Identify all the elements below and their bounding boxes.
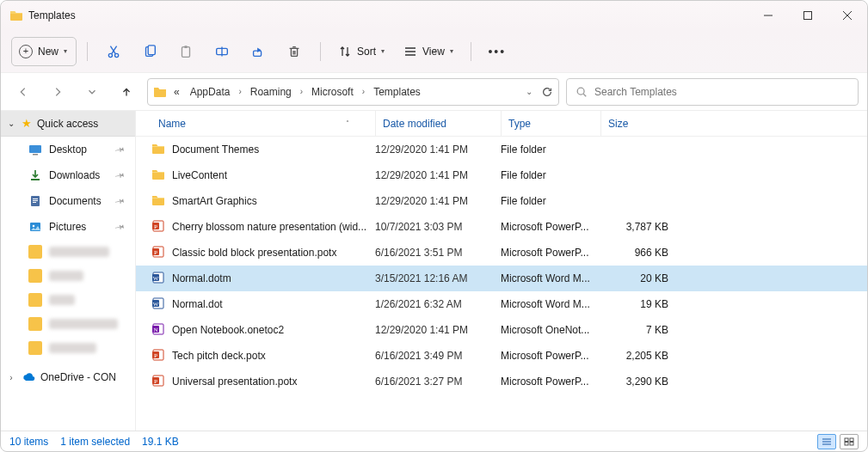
sidebar-item-label: Pictures	[49, 221, 86, 233]
svg-rect-26	[33, 154, 38, 156]
star-icon: ★	[22, 117, 32, 130]
file-date: 12/29/2020 1:41 PM	[375, 144, 501, 156]
table-row[interactable]: PTech pitch deck.potx6/16/2021 3:49 PMMi…	[136, 343, 867, 369]
more-button[interactable]: •••	[482, 36, 513, 67]
table-row[interactable]: NOpen Notebook.onetoc212/29/2020 1:41 PM…	[136, 317, 867, 343]
chevron-right-icon[interactable]: ›	[360, 87, 366, 96]
file-size: 3,787 KB	[600, 221, 674, 233]
breadcrumb-microsoft[interactable]: Microsoft	[308, 84, 357, 100]
up-button[interactable]	[113, 78, 140, 106]
file-name: LiveContent	[172, 169, 368, 181]
sidebar-item-documents[interactable]: Documents 📌︎	[1, 188, 135, 214]
chevron-right-icon[interactable]: ›	[237, 87, 243, 96]
sidebar: ⌄ ★ Quick access Desktop 📌︎ Downloads 📌︎…	[1, 111, 136, 431]
chevron-down-icon[interactable]: ⌄	[524, 87, 534, 96]
sidebar-item-downloads[interactable]: Downloads 📌︎	[1, 162, 135, 188]
cut-button[interactable]	[98, 36, 129, 67]
details-view-toggle[interactable]	[817, 434, 836, 449]
copy-button[interactable]	[134, 36, 165, 67]
chevron-right-icon[interactable]: ›	[299, 87, 305, 96]
search-box[interactable]	[566, 78, 859, 106]
sort-button[interactable]: Sort ▾	[331, 36, 391, 67]
svg-rect-29	[33, 199, 38, 199]
address-bar[interactable]: « AppData › Roaming › Microsoft › Templa…	[147, 78, 559, 106]
svg-point-23	[577, 88, 584, 95]
svg-rect-59	[850, 438, 853, 442]
breadcrumb-appdata[interactable]: AppData	[187, 84, 234, 100]
svg-text:N: N	[153, 326, 157, 333]
sidebar-item-redacted[interactable]	[1, 240, 135, 264]
file-name: Universal presentation.potx	[172, 376, 368, 388]
column-size[interactable]: Size	[600, 111, 674, 136]
sidebar-item-desktop[interactable]: Desktop 📌︎	[1, 137, 135, 162]
svg-rect-61	[850, 442, 853, 445]
document-icon	[28, 194, 42, 208]
status-selected: 1 item selected	[60, 436, 130, 448]
svg-text:W: W	[153, 274, 159, 281]
sidebar-item-onedrive[interactable]: › OneDrive - CON	[1, 365, 135, 389]
sidebar-item-redacted[interactable]	[1, 336, 135, 360]
table-row[interactable]: PCherry blossom nature presentation (wid…	[136, 214, 867, 240]
refresh-button[interactable]	[541, 86, 553, 98]
search-input[interactable]	[594, 86, 849, 98]
svg-rect-30	[33, 200, 38, 201]
file-name: Classic bold block presentation.potx	[172, 247, 368, 259]
table-row[interactable]: LiveContent12/29/2020 1:41 PMFile folder	[136, 162, 867, 188]
file-icon	[151, 168, 165, 184]
svg-point-5	[115, 53, 119, 57]
file-name: Open Notebook.onetoc2	[172, 324, 368, 336]
recent-dropdown[interactable]	[78, 78, 106, 106]
chevron-down-icon: ▾	[450, 47, 453, 55]
breadcrumb-prefix[interactable]: «	[170, 84, 183, 100]
table-row[interactable]: SmartArt Graphics12/29/2020 1:41 PMFile …	[136, 188, 867, 214]
view-button[interactable]: View ▾	[397, 36, 460, 67]
new-button[interactable]: + New ▾	[11, 37, 77, 66]
view-label: View	[422, 46, 445, 58]
breadcrumb-templates[interactable]: Templates	[370, 84, 424, 100]
file-icon: W	[151, 271, 165, 287]
delete-button[interactable]	[279, 36, 310, 67]
file-size: 7 KB	[600, 324, 674, 336]
table-row[interactable]: PClassic bold block presentation.potx6/1…	[136, 240, 867, 266]
plus-icon: +	[19, 45, 33, 58]
table-row[interactable]: PUniversal presentation.potx6/16/2021 3:…	[136, 369, 867, 394]
column-type[interactable]: Type	[501, 111, 600, 136]
column-date[interactable]: Date modified	[375, 111, 501, 136]
chevron-down-icon: ▾	[381, 47, 385, 55]
back-button[interactable]	[9, 78, 37, 106]
file-name: Document Themes	[172, 144, 368, 156]
column-name[interactable]: Name ˄	[151, 111, 375, 136]
toolbar: + New ▾ Sort ▾ View ▾ •••	[1, 30, 867, 73]
share-button[interactable]	[243, 36, 274, 67]
minimize-button[interactable]	[748, 1, 788, 30]
file-type: File folder	[501, 195, 600, 207]
thumbnails-view-toggle[interactable]	[840, 434, 859, 449]
file-icon: P	[151, 245, 165, 261]
file-type: Microsoft Word M...	[501, 272, 600, 284]
file-size: 19 KB	[600, 298, 674, 310]
folder-icon	[9, 9, 23, 22]
file-icon	[151, 142, 165, 158]
file-date: 12/29/2020 1:41 PM	[375, 324, 501, 336]
svg-rect-25	[29, 145, 41, 153]
paste-button[interactable]	[170, 36, 201, 67]
sidebar-item-redacted[interactable]	[1, 288, 135, 312]
sidebar-item-redacted[interactable]	[1, 264, 135, 288]
file-date: 10/7/2021 3:03 PM	[375, 221, 501, 233]
forward-button[interactable]	[44, 78, 71, 106]
breadcrumb-roaming[interactable]: Roaming	[247, 84, 295, 100]
table-row[interactable]: Document Themes12/29/2020 1:41 PMFile fo…	[136, 137, 867, 162]
file-name: Cherry blossom nature presentation (wid.…	[172, 221, 368, 233]
separator	[471, 42, 471, 61]
close-button[interactable]	[828, 1, 867, 30]
maximize-button[interactable]	[788, 1, 828, 30]
table-row[interactable]: WNormal.dotm3/15/2021 12:16 AMMicrosoft …	[136, 266, 867, 291]
quick-access-header[interactable]: ⌄ ★ Quick access	[1, 111, 135, 137]
sidebar-item-pictures[interactable]: Pictures 📌︎	[1, 214, 135, 240]
table-row[interactable]: WNormal.dot1/26/2021 6:32 AMMicrosoft Wo…	[136, 291, 867, 317]
status-item-count: 10 items	[9, 436, 48, 448]
rename-button[interactable]	[206, 36, 237, 67]
sidebar-item-redacted[interactable]	[1, 312, 135, 336]
separator	[320, 42, 321, 61]
file-date: 3/15/2021 12:16 AM	[375, 272, 501, 284]
